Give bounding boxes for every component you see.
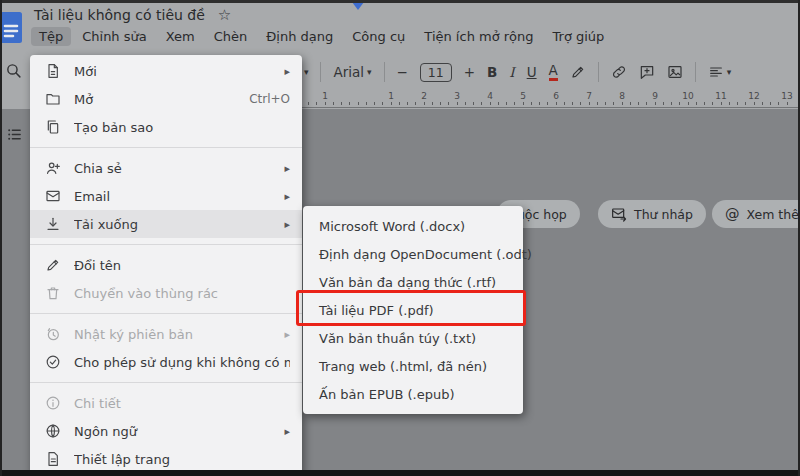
menu-item-t-o-b-n-sao[interactable]: Tạo bản sao	[30, 113, 302, 141]
ruler-tick	[704, 102, 705, 105]
bold-button-label: B	[487, 64, 497, 80]
submenu-item-t-i-li-u-pdf-pdf[interactable]: Tài liệu PDF (.pdf)	[303, 296, 523, 324]
ruler-tick	[391, 102, 392, 105]
ruler-number: 12	[748, 91, 759, 101]
menu-item-thi-t-l-p-trang[interactable]: Thiết lập trang	[30, 445, 302, 473]
menubar-item-tr-gi-p[interactable]: Trợ giúp	[545, 27, 613, 46]
ruler-tick	[646, 102, 647, 105]
submenu-arrow-icon: ▸	[284, 218, 290, 231]
ruler-tick	[679, 102, 680, 105]
menu-item-chuy-n-v-o-th-ng-r-c[interactable]: Chuyển vào thùng rác	[30, 279, 302, 307]
highlight-color-button[interactable]	[570, 64, 586, 80]
ruler-tick	[531, 102, 532, 105]
star-icon[interactable]: ☆	[218, 8, 231, 23]
increase-font-size-button[interactable]: +	[464, 64, 475, 80]
submenu-arrow-icon: ▸	[284, 190, 290, 203]
ruler-number: 3	[454, 91, 460, 101]
menu-item-chia-s[interactable]: Chia sẻ▸	[30, 154, 302, 182]
insert-link-button[interactable]	[611, 64, 627, 80]
menu-divider	[30, 382, 302, 383]
menu-item-chi-ti-t[interactable]: Chi tiết	[30, 389, 302, 417]
menubar-item-nh-d-ng[interactable]: Định dạng	[258, 27, 341, 46]
download-icon	[44, 216, 62, 232]
menu-divider	[30, 313, 302, 314]
ruler-tick	[506, 102, 507, 105]
submenu-item-microsoft-word-docx[interactable]: Microsoft Word (.docx)	[303, 212, 523, 240]
menubar-item-ch-nh-s-a[interactable]: Chỉnh sửa	[74, 27, 155, 46]
menu-item-email[interactable]: Email▸	[30, 182, 302, 210]
menu-item-label: Tạo bản sao	[74, 120, 290, 135]
ruler-tick	[358, 102, 359, 105]
decrease-font-size-button-label: −	[397, 64, 408, 80]
submenu-item-v-n-b-n-thu-n-t-y-txt[interactable]: Văn bản thuần túy (.txt)	[303, 324, 523, 352]
chip-label: Thư nháp	[634, 207, 693, 222]
ruler-tick	[630, 102, 631, 105]
menu-item-label: Mở	[74, 92, 237, 107]
menubar-item-c-ng-c[interactable]: Công cụ	[344, 27, 413, 46]
chip-label: Xem thêm	[747, 207, 800, 222]
ruler-tick	[564, 102, 565, 105]
font-family-select[interactable]: Arial▾	[333, 64, 371, 80]
italic-button[interactable]: I	[509, 64, 514, 80]
download-submenu: Microsoft Word (.docx)Định dạng OpenDocu…	[303, 206, 523, 414]
menu-item-label: Chi tiết	[74, 396, 290, 411]
toolbar-separator	[384, 62, 385, 82]
menu-item-nh-t-k-phi-n-b-n[interactable]: Nhật ký phiên bản▸	[30, 320, 302, 348]
menu-item-label: Email	[74, 189, 272, 204]
menu-item-label: Thiết lập trang	[74, 452, 290, 467]
menu-item-shortcut: Ctrl+O	[249, 92, 290, 106]
ruler-tick	[712, 102, 713, 105]
doc-new-icon	[44, 63, 62, 79]
text-color-button[interactable]: A	[549, 64, 558, 81]
dropdown-caret-icon: ▾	[367, 67, 372, 77]
ruler-tick	[325, 102, 326, 105]
menu-item-label: Chuyển vào thùng rác	[74, 286, 290, 301]
menu-item-ng-n-ng[interactable]: Ngôn ngữ▸	[30, 417, 302, 445]
frame-edge	[0, 0, 2, 476]
ruler-tick	[415, 102, 416, 105]
menu-item-m-i[interactable]: Mới▸	[30, 57, 302, 85]
align-button[interactable]: ▾	[708, 64, 732, 80]
search-icon[interactable]	[5, 62, 22, 83]
submenu-arrow-icon: ▸	[284, 328, 290, 341]
toolbar-separator	[695, 62, 696, 82]
docs-logo-icon[interactable]	[0, 11, 24, 49]
ruler-tick	[754, 102, 755, 105]
chip-th-nh-p[interactable]: Thư nháp	[598, 200, 706, 228]
menu-item-label: Mới	[74, 64, 272, 79]
ruler-tick	[424, 102, 425, 105]
dropdown-caret-icon: ▾	[304, 67, 309, 77]
submenu-item-nh-d-ng-opendocument-odt[interactable]: Định dạng OpenDocument (.odt)	[303, 240, 523, 268]
menubar-item-ti-n-ch-m-r-ng[interactable]: Tiện ích mở rộng	[416, 27, 541, 46]
document-outline-icon[interactable]	[6, 126, 23, 147]
ruler-tick	[696, 102, 697, 105]
bold-button[interactable]: B	[487, 64, 497, 80]
insert-image-button[interactable]	[667, 64, 683, 80]
chip-xem-th-m[interactable]: @Xem thêm	[712, 200, 800, 228]
submenu-item-trang-web-html-n-n[interactable]: Trang web (.html, đã nén)	[303, 352, 523, 380]
submenu-item-v-n-b-n-a-d-ng-th-c-rtf[interactable]: Văn bản đa dạng thức (.rtf)	[303, 268, 523, 296]
decrease-font-size-button[interactable]: −	[397, 64, 408, 80]
dropdown-caret-icon: ▾	[727, 67, 732, 77]
menubar-item-ch-n[interactable]: Chèn	[206, 27, 256, 46]
document-title[interactable]: Tài liệu không có tiêu đề	[34, 7, 205, 23]
menubar-item-xem[interactable]: Xem	[158, 27, 203, 46]
mail-icon	[44, 188, 62, 204]
at-sign-icon: @	[725, 206, 740, 222]
menu-item-i-t-n[interactable]: Đổi tên	[30, 251, 302, 279]
ruler-tick	[440, 102, 441, 105]
ruler-number: 1	[388, 91, 394, 101]
file-menu-dropdown: Mới▸MởCtrl+OTạo bản saoChia sẻ▸Email▸Tải…	[30, 55, 302, 476]
ruler-tick	[622, 102, 623, 105]
indent-marker-icon[interactable]	[352, 2, 364, 10]
underline-button[interactable]: U	[527, 64, 537, 80]
menu-item-t-i-xu-ng[interactable]: Tải xuống▸	[30, 210, 302, 238]
ruler-tick	[605, 102, 606, 105]
menu-item-cho-ph-p-s-d-ng-khi-kh-ng-c-m-ng[interactable]: Cho phép sử dụng khi không có mạng	[30, 348, 302, 376]
menubar-item-t-p[interactable]: Tệp	[31, 27, 71, 46]
ruler-tick	[333, 102, 334, 105]
add-comment-button[interactable]	[639, 64, 655, 80]
submenu-item-n-b-n-epub-epub[interactable]: Ấn bản EPUB (.epub)	[303, 380, 523, 408]
font-size-input[interactable]: 11	[420, 63, 452, 82]
menu-item-m[interactable]: MởCtrl+O	[30, 85, 302, 113]
